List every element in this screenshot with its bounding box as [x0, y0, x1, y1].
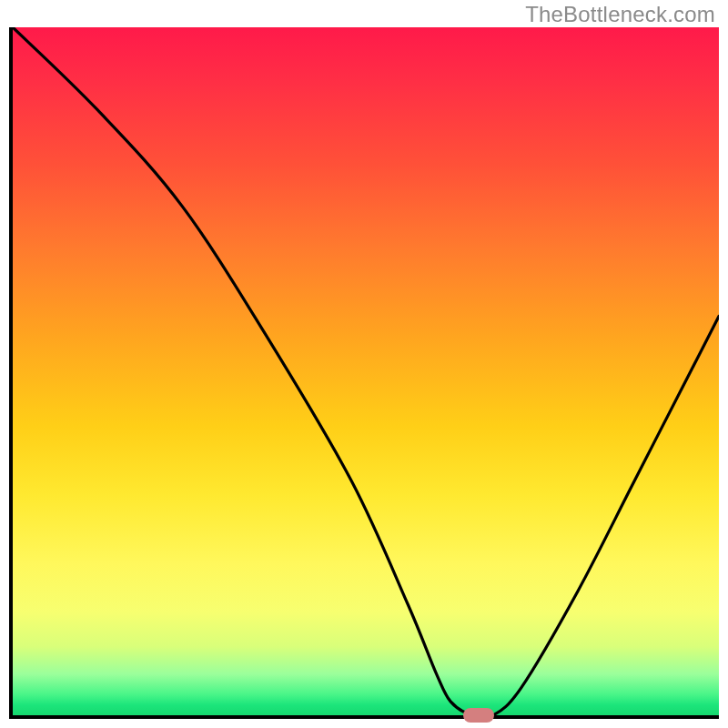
watermark-text: TheBottleneck.com	[525, 2, 715, 27]
chart-container: TheBottleneck.com	[0, 0, 728, 728]
optimal-marker	[463, 708, 494, 723]
plot-area	[9, 27, 719, 719]
curve-svg	[13, 27, 719, 715]
bottleneck-curve-path	[13, 27, 719, 715]
